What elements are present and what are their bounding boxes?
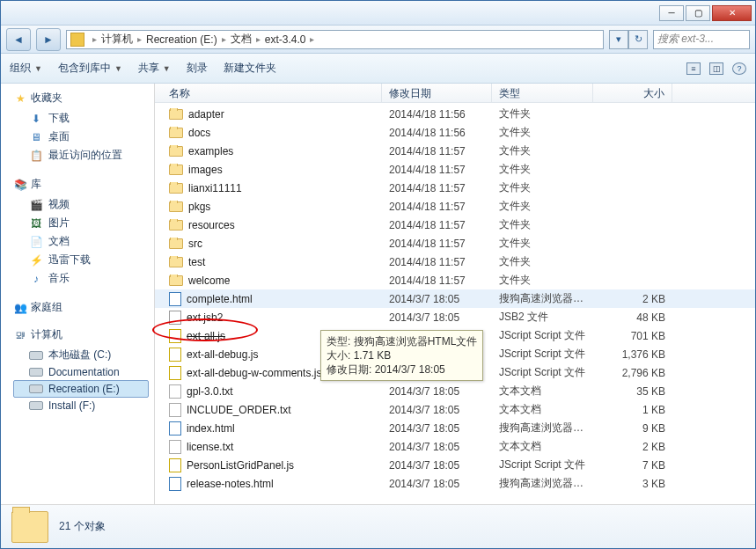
file-row[interactable]: release-notes.html2014/3/7 18:05搜狗高速浏览器H…	[155, 474, 755, 493]
include-library-button[interactable]: 包含到库中▼	[58, 61, 122, 76]
status-text: 21 个对象	[59, 519, 106, 534]
breadcrumb-part[interactable]: 文档	[231, 32, 252, 47]
file-row[interactable]: lianxi111112014/4/18 11:57文件夹	[155, 179, 755, 197]
file-name-text: resources	[188, 219, 235, 231]
sidebar-item-drive-f[interactable]: Install (F:)	[13, 398, 154, 414]
preview-pane-icon[interactable]: ◫	[709, 62, 723, 75]
file-size-cell: 2 KB	[593, 441, 672, 453]
computer-group[interactable]: 🖳计算机	[13, 327, 154, 342]
file-row[interactable]: examples2014/4/18 11:57文件夹	[155, 142, 755, 160]
favorites-group[interactable]: ★收藏夹	[13, 91, 154, 106]
file-type-cell: 文本文档	[492, 384, 593, 399]
help-icon[interactable]: ?	[732, 62, 746, 75]
file-row[interactable]: index.html2014/3/7 18:05搜狗高速浏览器H...9 KB	[155, 419, 755, 437]
share-button[interactable]: 共享▼	[138, 61, 171, 76]
file-row[interactable]: adapter2014/4/18 11:56文件夹	[155, 105, 755, 123]
sidebar-item-thunder[interactable]: ⚡迅雷下载	[13, 251, 154, 269]
view-icon[interactable]: ≡	[686, 62, 701, 75]
column-date[interactable]: 修改日期	[382, 84, 492, 102]
file-row[interactable]: resources2014/4/18 11:57文件夹	[155, 216, 755, 234]
file-type-cell: 文本文档	[492, 402, 593, 417]
file-name-cell: adapter	[162, 108, 382, 121]
file-row[interactable]: pkgs2014/4/18 11:57文件夹	[155, 197, 755, 216]
sidebar-item-drive-e[interactable]: Recreation (E:)	[13, 380, 149, 398]
folder-icon	[169, 183, 183, 194]
file-type-cell: 文件夹	[492, 236, 593, 251]
minimize-button[interactable]: ─	[659, 5, 684, 21]
file-name-cell: gpl-3.0.txt	[162, 384, 382, 399]
file-type-cell: JScript Script 文件	[492, 347, 593, 362]
column-headers: 名称 修改日期 类型 大小	[155, 84, 755, 103]
file-row[interactable]: images2014/4/18 11:57文件夹	[155, 160, 755, 179]
back-button[interactable]: ◄	[6, 28, 31, 51]
file-row[interactable]: license.txt2014/3/7 18:05文本文档2 KB	[155, 437, 755, 456]
breadcrumb-part[interactable]: Recreation (E:)	[146, 33, 217, 46]
file-date-cell: 2014/4/18 11:57	[382, 182, 492, 194]
file-name-cell: resources	[162, 219, 382, 231]
homegroup-group[interactable]: 👥家庭组	[13, 300, 154, 315]
refresh-button[interactable]: ↻	[628, 30, 648, 49]
address-bar: ◄ ► ▸ 计算机 ▸ Recreation (E:) ▸ 文档 ▸ ext-3…	[1, 26, 755, 54]
file-row[interactable]: welcome2014/4/18 11:57文件夹	[155, 271, 755, 289]
file-name-cell: pkgs	[162, 201, 382, 213]
file-row[interactable]: PersonListGridPanel.js2014/3/7 18:05JScr…	[155, 456, 755, 474]
sidebar-item-pictures[interactable]: 🖼图片	[13, 214, 154, 232]
file-row[interactable]: test2014/4/18 11:57文件夹	[155, 253, 755, 271]
file-name-cell: release-notes.html	[162, 477, 382, 491]
breadcrumb-part[interactable]: ext-3.4.0	[265, 33, 306, 46]
sidebar-item-drive-doc[interactable]: Documentation	[13, 364, 154, 380]
file-list[interactable]: adapter2014/4/18 11:56文件夹docs2014/4/18 1…	[155, 103, 755, 504]
file-row[interactable]: docs2014/4/18 11:56文件夹	[155, 123, 755, 142]
file-row[interactable]: src2014/4/18 11:57文件夹	[155, 234, 755, 253]
file-type-cell: 文件夹	[492, 162, 593, 177]
sidebar-item-videos[interactable]: 🎬视频	[13, 195, 154, 214]
sidebar-item-desktop[interactable]: 🖥桌面	[13, 128, 154, 146]
dropdown-button[interactable]: ▾	[609, 30, 628, 49]
address-box[interactable]: ▸ 计算机 ▸ Recreation (E:) ▸ 文档 ▸ ext-3.4.0…	[66, 30, 604, 49]
drive-icon	[29, 368, 43, 377]
sidebar-item-drive-c[interactable]: 本地磁盘 (C:)	[13, 346, 154, 364]
file-icon	[169, 440, 181, 454]
chevron-right-icon: ▸	[310, 34, 314, 44]
organize-button[interactable]: 组织▼	[10, 61, 42, 76]
file-name-cell: PersonListGridPanel.js	[162, 458, 382, 472]
file-type-cell: 文件夹	[492, 217, 593, 232]
libraries-group[interactable]: 📚库	[13, 177, 154, 192]
sidebar-item-documents[interactable]: 📄文档	[13, 232, 154, 251]
column-size[interactable]: 大小	[593, 84, 672, 102]
desktop-icon: 🖥	[29, 130, 43, 144]
maximize-button[interactable]: ▢	[686, 5, 710, 21]
file-name-cell: index.html	[162, 421, 382, 436]
burn-button[interactable]: 刻录	[187, 61, 208, 76]
column-name[interactable]: 名称	[162, 84, 382, 102]
file-date-cell: 2014/3/7 18:05	[382, 404, 492, 416]
file-icon	[169, 458, 181, 472]
file-icon	[169, 292, 181, 306]
sidebar: ★收藏夹 ⬇下载 🖥桌面 📋最近访问的位置 📚库 🎬视频 🖼图片 📄文档 ⚡迅雷…	[1, 84, 155, 504]
breadcrumb-part[interactable]: 计算机	[101, 32, 133, 47]
file-size-cell: 48 KB	[593, 311, 672, 324]
file-name-text: release-notes.html	[187, 478, 274, 490]
file-row[interactable]: complete.html2014/3/7 18:05搜狗高速浏览器H...2 …	[155, 289, 755, 308]
forward-button[interactable]: ►	[36, 28, 61, 51]
file-type-cell: 文件夹	[492, 254, 593, 269]
folder-icon	[169, 257, 183, 267]
close-button[interactable]: ✕	[712, 5, 752, 21]
file-row[interactable]: gpl-3.0.txt2014/3/7 18:05文本文档35 KB	[155, 382, 755, 400]
chevron-right-icon: ▸	[256, 34, 261, 44]
new-folder-button[interactable]: 新建文件夹	[224, 61, 276, 76]
file-row[interactable]: INCLUDE_ORDER.txt2014/3/7 18:05文本文档1 KB	[155, 400, 755, 419]
sidebar-item-music[interactable]: ♪音乐	[13, 269, 154, 288]
file-name-text: welcome	[188, 274, 230, 287]
picture-icon: 🖼	[29, 216, 43, 231]
folder-icon	[70, 33, 84, 47]
file-size-cell: 7 KB	[593, 459, 672, 472]
tooltip-line: 类型: 搜狗高速浏览器HTML文件	[327, 334, 477, 348]
file-row[interactable]: ext.jsb22014/3/7 18:05JSB2 文件48 KB	[155, 308, 755, 326]
sidebar-item-recent[interactable]: 📋最近访问的位置	[13, 146, 154, 165]
column-type[interactable]: 类型	[492, 84, 593, 102]
file-name-text: index.html	[187, 422, 235, 435]
search-input[interactable]: 搜索 ext-3...	[653, 30, 750, 49]
library-icon: 📚	[13, 178, 27, 192]
sidebar-item-downloads[interactable]: ⬇下载	[13, 109, 154, 128]
